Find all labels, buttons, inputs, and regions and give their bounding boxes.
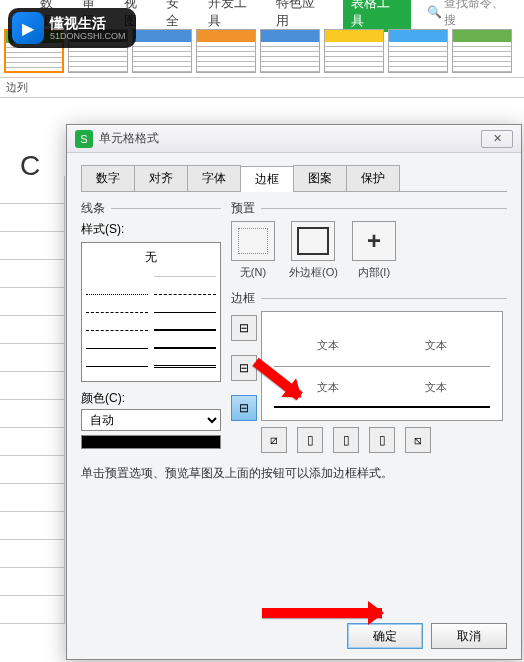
border-vmid-button[interactable]: ▯	[333, 427, 359, 453]
watermark-sub: 51DONGSHI.COM	[50, 32, 126, 41]
preset-group-label: 预置	[231, 200, 507, 217]
tab-protect[interactable]: 保护	[346, 165, 400, 191]
preview-cell: 文本	[382, 366, 490, 408]
search-text: 查找命令、搜	[444, 0, 516, 29]
tab-number[interactable]: 数字	[81, 165, 135, 191]
preview-cell: 文本	[274, 366, 382, 408]
border-hmid-button[interactable]: ⊟	[231, 355, 257, 381]
border-group-label: 边框	[231, 290, 507, 307]
ok-button[interactable]: 确定	[347, 623, 423, 649]
ribbon-tab-table-tools[interactable]: 表格工具	[343, 0, 411, 32]
ribbon-tab-dev[interactable]: 开发工具	[208, 0, 260, 30]
table-style-orange[interactable]	[196, 29, 256, 73]
line-style-none[interactable]: 无	[86, 247, 216, 268]
border-bottom-button[interactable]: ⊟	[231, 395, 257, 421]
search-command[interactable]: 🔍 查找命令、搜	[427, 0, 516, 29]
watermark-title: 懂视生活	[50, 16, 126, 30]
tab-border[interactable]: 边框	[240, 166, 294, 192]
watermark-badge: ▶ 懂视生活 51DONGSHI.COM	[8, 8, 136, 48]
color-swatch	[81, 435, 221, 449]
preset-none[interactable]: 无(N)	[231, 221, 275, 280]
hint-text: 单击预置选项、预览草图及上面的按钮可以添加边框样式。	[81, 465, 507, 482]
border-diag-up-button[interactable]: ⧄	[261, 427, 287, 453]
table-style-teal[interactable]	[388, 29, 448, 73]
dialog-title: 单元格格式	[99, 130, 159, 147]
table-style-yellow[interactable]	[324, 29, 384, 73]
tab-align[interactable]: 对齐	[134, 165, 188, 191]
line-style-list[interactable]: 无	[81, 242, 221, 382]
preset-none-icon	[231, 221, 275, 261]
style-label: 样式(S):	[81, 221, 221, 238]
cancel-button[interactable]: 取消	[431, 623, 507, 649]
preset-outer-label: 外边框(O)	[289, 265, 338, 280]
border-top-button[interactable]: ⊟	[231, 315, 257, 341]
close-icon[interactable]: ✕	[481, 130, 513, 148]
lines-group-label: 线条	[81, 200, 221, 217]
dialog-app-icon: S	[75, 130, 93, 148]
color-label: 颜色(C):	[81, 390, 221, 407]
tab-pattern[interactable]: 图案	[293, 165, 347, 191]
preset-outer-icon	[291, 221, 335, 261]
preset-outer[interactable]: 外边框(O)	[289, 221, 338, 280]
search-icon: 🔍	[427, 5, 442, 19]
color-select[interactable]: 自动	[81, 409, 221, 431]
dialog-tabs: 数字 对齐 字体 边框 图案 保护	[81, 165, 507, 192]
preview-cell: 文本	[274, 324, 382, 366]
play-icon: ▶	[12, 12, 44, 44]
table-style-blue[interactable]	[132, 29, 192, 73]
tab-font[interactable]: 字体	[187, 165, 241, 191]
ribbon-tab-special[interactable]: 特色应用	[276, 0, 328, 30]
border-diag-down-button[interactable]: ⧅	[405, 427, 431, 453]
cell-format-dialog: S 单元格格式 ✕ 数字 对齐 字体 边框 图案 保护 线条 样式(S): 无	[66, 124, 522, 660]
table-style-blue2[interactable]	[260, 29, 320, 73]
preview-cell: 文本	[382, 324, 490, 366]
table-style-green2[interactable]	[452, 29, 512, 73]
ribbon-tab-security[interactable]: 安全	[166, 0, 192, 30]
border-right-button[interactable]: ▯	[369, 427, 395, 453]
dialog-titlebar: S 单元格格式 ✕	[67, 125, 521, 153]
preset-inner-icon	[352, 221, 396, 261]
border-preview[interactable]: 文本 文本 文本 文本	[261, 311, 503, 421]
row-grid	[0, 176, 65, 624]
preset-none-label: 无(N)	[240, 265, 266, 280]
side-label: 边列	[0, 78, 524, 98]
border-left-button[interactable]: ▯	[297, 427, 323, 453]
preset-inner-label: 内部(I)	[358, 265, 390, 280]
preset-inner[interactable]: 内部(I)	[352, 221, 396, 280]
